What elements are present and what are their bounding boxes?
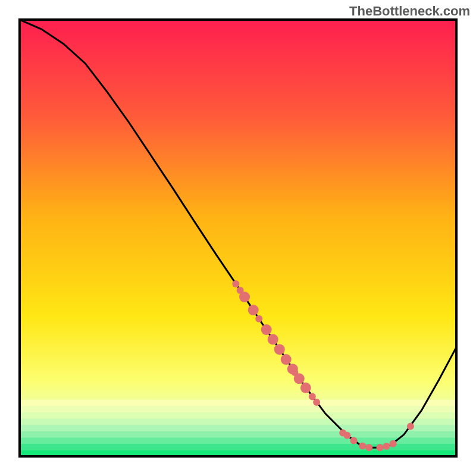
data-marker — [390, 440, 397, 447]
data-marker — [274, 344, 285, 355]
data-marker — [309, 393, 316, 400]
data-marker — [232, 280, 239, 287]
bottom-stripe — [20, 400, 456, 406]
data-marker — [344, 432, 351, 439]
chart-svg — [0, 0, 476, 476]
bottom-stripe — [20, 406, 456, 412]
chart-canvas: TheBottleneck.com — [0, 0, 476, 476]
data-marker — [313, 399, 320, 406]
data-marker — [383, 443, 390, 450]
bottom-stripe — [20, 419, 456, 425]
bottom-stripes — [20, 400, 456, 457]
watermark-text: TheBottleneck.com — [349, 4, 470, 19]
data-marker — [350, 437, 358, 444]
data-marker — [365, 444, 372, 451]
data-marker — [300, 383, 311, 393]
data-marker — [407, 422, 414, 430]
data-marker — [268, 334, 278, 345]
data-marker — [281, 354, 292, 365]
data-marker — [248, 305, 259, 315]
data-marker — [261, 324, 272, 335]
data-marker — [377, 444, 384, 451]
bottom-stripe — [20, 412, 456, 419]
data-marker — [237, 287, 244, 294]
data-marker — [359, 442, 366, 449]
bottom-stripe — [20, 431, 456, 438]
bottom-stripe — [20, 425, 456, 431]
data-marker — [291, 369, 298, 376]
plot-background — [20, 20, 456, 456]
data-marker — [255, 315, 262, 322]
